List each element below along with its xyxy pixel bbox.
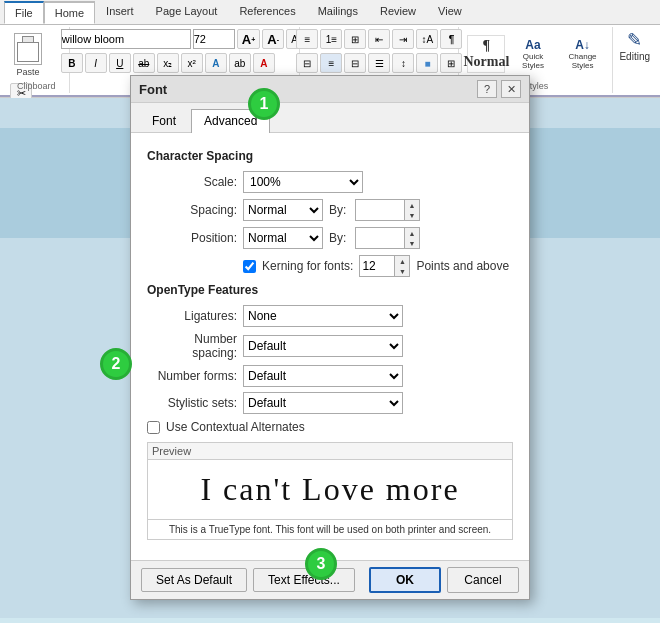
text-effects-button[interactable]: A <box>205 53 227 73</box>
spacing-select[interactable]: Normal <box>243 199 323 221</box>
number-forms-select[interactable]: Default <box>243 365 403 387</box>
tab-mailings[interactable]: Mailings <box>307 0 369 24</box>
tab-review[interactable]: Review <box>369 0 427 24</box>
spacing-spin-btns: ▲ ▼ <box>405 199 420 221</box>
kerning-spin-down[interactable]: ▼ <box>395 266 409 276</box>
underline-button[interactable]: U <box>109 53 131 73</box>
scale-select[interactable]: 100% <box>243 171 363 193</box>
styles-content: ¶ Normal Aa Quick Styles A↓ Change Style… <box>465 29 606 79</box>
tab-file[interactable]: File <box>4 1 44 24</box>
change-styles-button[interactable]: A↓ Change Styles <box>559 34 607 74</box>
cancel-button[interactable]: Cancel <box>447 567 519 593</box>
step-3-circle: 3 <box>305 548 337 580</box>
contextual-checkbox[interactable] <box>147 421 160 434</box>
superscript-button[interactable]: x² <box>181 53 203 73</box>
opentype-header: OpenType Features <box>147 283 513 297</box>
position-spin-up[interactable]: ▲ <box>405 228 419 238</box>
quick-styles-button[interactable]: Aa Quick Styles <box>511 34 554 74</box>
align-center-button[interactable]: ≡ <box>320 53 342 73</box>
normal-style-box[interactable]: ¶ Normal <box>465 33 507 75</box>
step-3-number: 3 <box>317 555 326 573</box>
spacing-spin-up[interactable]: ▲ <box>405 200 419 210</box>
decrease-indent-button[interactable]: ⇤ <box>368 29 390 49</box>
align-left-button[interactable]: ⊟ <box>296 53 318 73</box>
sort-button[interactable]: ↕A <box>416 29 438 49</box>
italic-button[interactable]: I <box>85 53 107 73</box>
align-right-button[interactable]: ⊟ <box>344 53 366 73</box>
step-2-number: 2 <box>112 355 121 373</box>
ligatures-select[interactable]: None <box>243 305 403 327</box>
font-size-input[interactable] <box>193 29 235 49</box>
font-name-row: A+ A- Aa <box>61 29 309 49</box>
text-effects-button[interactable]: Text Effects... <box>253 568 355 592</box>
tab-font[interactable]: Font <box>139 109 189 132</box>
contextual-label: Use Contextual Alternates <box>166 420 305 434</box>
spacing-row: Spacing: Normal By: ▲ ▼ <box>147 199 513 221</box>
paste-icon <box>14 33 42 65</box>
scale-label: Scale: <box>147 175 237 189</box>
dialog-close-button[interactable]: ✕ <box>501 80 521 98</box>
paste-button[interactable]: Paste <box>10 29 46 81</box>
tab-view[interactable]: View <box>427 0 473 24</box>
normal-style-icon: ¶ Normal <box>467 35 505 73</box>
position-by-input[interactable] <box>355 227 405 249</box>
line-spacing-button[interactable]: ↕ <box>392 53 414 73</box>
justify-button[interactable]: ☰ <box>368 53 390 73</box>
editing-label: Editing <box>619 51 650 62</box>
preview-text: I can't Love more <box>200 471 459 508</box>
footer-right: OK Cancel <box>369 567 519 593</box>
spacing-by-spin: ▲ ▼ <box>355 199 420 221</box>
preview-area: I can't Love more <box>148 460 512 520</box>
editing-button[interactable]: ✎ Editing <box>619 29 650 62</box>
position-select[interactable]: Normal <box>243 227 323 249</box>
tab-references[interactable]: References <box>228 0 306 24</box>
position-spin-down[interactable]: ▼ <box>405 238 419 248</box>
ribbon-tab-bar: File Home Insert Page Layout References … <box>0 0 660 25</box>
number-forms-label: Number forms: <box>147 369 237 383</box>
multilevel-button[interactable]: ⊞ <box>344 29 366 49</box>
paragraph-row2: ⊟ ≡ ⊟ ☰ ↕ ■ ⊞ <box>296 53 462 73</box>
dialog-titlebar: Font ? ✕ <box>131 76 529 103</box>
kerning-spin-btns: ▲ ▼ <box>395 255 410 277</box>
tab-insert[interactable]: Insert <box>95 0 145 24</box>
font-color-button[interactable]: A <box>253 53 275 73</box>
grow-font-button[interactable]: A+ <box>237 29 260 49</box>
stylistic-sets-select[interactable]: Default <box>243 392 403 414</box>
strikethrough-button[interactable]: ab <box>133 53 155 73</box>
set-as-default-button[interactable]: Set As Default <box>141 568 247 592</box>
dialog-help-button[interactable]: ? <box>477 80 497 98</box>
shrink-font-button[interactable]: A- <box>262 29 284 49</box>
number-spacing-label: Number spacing: <box>147 332 237 360</box>
change-styles-label: Change Styles <box>563 52 603 70</box>
ligatures-label: Ligatures: <box>147 309 237 323</box>
text-highlight-button[interactable]: ab <box>229 53 251 73</box>
tab-home[interactable]: Home <box>44 1 95 24</box>
bullets-button[interactable]: ≡ <box>296 29 318 49</box>
spacing-by-input[interactable] <box>355 199 405 221</box>
subscript-button[interactable]: x₂ <box>157 53 179 73</box>
kerning-suffix: Points and above <box>416 259 509 273</box>
paste-label: Paste <box>16 67 39 77</box>
position-label: Position: <box>147 231 237 245</box>
bold-button[interactable]: B <box>61 53 83 73</box>
quick-styles-label: Quick Styles <box>515 52 550 70</box>
ok-button[interactable]: OK <box>369 567 441 593</box>
font-name-input[interactable] <box>61 29 191 49</box>
paragraph-group-content: ≡ 1≡ ⊞ ⇤ ⇥ ↕A ¶ ⊟ ≡ ⊟ ☰ ↕ ■ ⊞ <box>296 29 462 79</box>
spacing-spin-down[interactable]: ▼ <box>405 210 419 220</box>
kerning-spin-up[interactable]: ▲ <box>395 256 409 266</box>
kerning-spin: ▲ ▼ <box>359 255 410 277</box>
position-by-spin: ▲ ▼ <box>355 227 420 249</box>
dialog-body: Character Spacing Scale: 100% Spacing: N… <box>131 133 529 560</box>
step-1-number: 1 <box>260 95 269 113</box>
kerning-checkbox[interactable] <box>243 260 256 273</box>
number-spacing-select[interactable]: Default <box>243 335 403 357</box>
tab-page-layout[interactable]: Page Layout <box>145 0 229 24</box>
increase-indent-button[interactable]: ⇥ <box>392 29 414 49</box>
kerning-label: Kerning for fonts: <box>262 259 353 273</box>
shading-button[interactable]: ■ <box>416 53 438 73</box>
preview-note: This is a TrueType font. This font will … <box>148 520 512 539</box>
position-by-label: By: <box>329 231 349 245</box>
numbering-button[interactable]: 1≡ <box>320 29 342 49</box>
kerning-input[interactable] <box>359 255 395 277</box>
